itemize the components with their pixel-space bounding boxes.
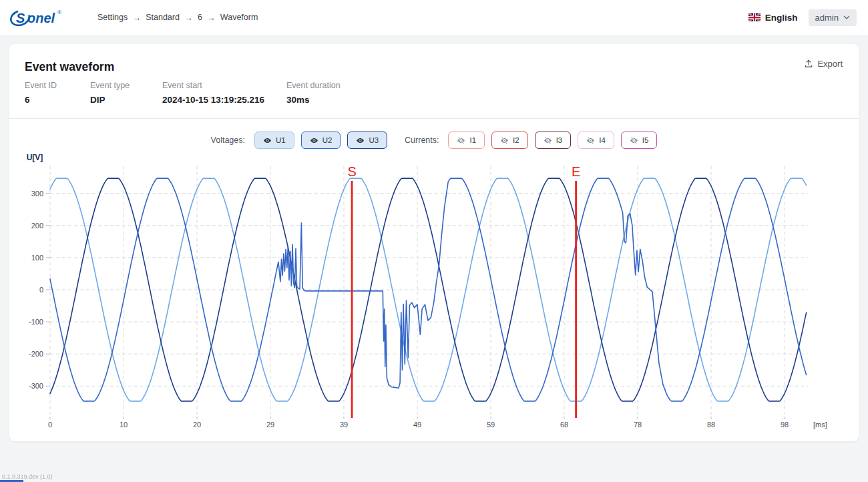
event-waveform-card: Event waveform Export Event ID6Event typ… xyxy=(9,44,859,441)
x-tick-label: 29 xyxy=(266,421,274,429)
breadcrumb-item-settings[interactable]: Settings xyxy=(97,13,128,22)
waveform-series-u3 xyxy=(50,178,807,401)
voltage-toggle-u1[interactable]: U1 xyxy=(254,132,294,149)
y-axis-label: U[V] xyxy=(27,153,43,162)
event-info-item: Event ID6 xyxy=(25,81,90,105)
export-label: Export xyxy=(817,59,843,69)
event-info-row: Event ID6Event typeDIPEvent start2024-10… xyxy=(9,74,859,105)
current-toggle-i5[interactable]: I5 xyxy=(621,132,658,149)
breadcrumb-separator: → xyxy=(207,13,216,23)
sonel-logo-icon: S onel ® xyxy=(9,7,71,28)
waveform-chart-svg[interactable]: 0102029394959687888983002001000-100-200-… xyxy=(9,151,859,430)
eye-off-icon xyxy=(586,136,595,145)
event-info-value: 6 xyxy=(25,95,90,105)
logo-text-s: S xyxy=(16,11,25,25)
toggle-label: I4 xyxy=(599,136,606,144)
y-tick-label: -200 xyxy=(29,350,43,358)
x-axis-unit-label: [ms] xyxy=(813,421,827,429)
y-tick-label: -100 xyxy=(29,318,43,326)
page-title: Event waveform xyxy=(25,60,114,74)
language-selector[interactable]: English xyxy=(748,13,798,23)
event-info-label: Event ID xyxy=(25,81,90,90)
breadcrumb-separator: → xyxy=(132,13,141,23)
current-toggle-i3[interactable]: I3 xyxy=(535,132,572,149)
eye-icon xyxy=(356,136,365,145)
event-info-value: 30ms xyxy=(286,95,341,105)
toggle-label: U1 xyxy=(276,136,286,144)
event-marker-label-s: S xyxy=(347,164,356,179)
current-toggle-group: I1I2I3I4I5 xyxy=(448,132,657,149)
eye-off-icon xyxy=(544,136,552,145)
export-button[interactable]: Export xyxy=(804,59,843,69)
chevron-down-icon xyxy=(843,15,850,19)
sonel-logo[interactable]: S onel ® xyxy=(9,7,71,28)
channel-controls: Voltages: U1U2U3 Currents: I1I2I3I4I5 xyxy=(9,119,859,150)
y-tick-label: 100 xyxy=(31,254,43,262)
logo-registered-mark: ® xyxy=(57,9,61,15)
event-info-value: 2024-10-15 13:19:25.216 xyxy=(162,95,286,105)
toggle-label: I5 xyxy=(642,136,649,144)
event-info-label: Event start xyxy=(162,81,286,90)
upload-icon xyxy=(804,59,813,69)
current-toggle-i1[interactable]: I1 xyxy=(448,132,485,149)
event-info-value: DIP xyxy=(90,95,162,105)
breadcrumb-item-waveform[interactable]: Waveform xyxy=(220,13,258,22)
app-version: 0.1.0.319.dev (1.0) xyxy=(2,473,53,480)
event-info-label: Event duration xyxy=(286,81,341,90)
breadcrumb-item-6[interactable]: 6 xyxy=(198,13,202,22)
voltage-toggle-group: U1U2U3 xyxy=(254,132,387,149)
y-tick-label: 300 xyxy=(31,190,43,198)
y-tick-label: -300 xyxy=(29,382,43,390)
breadcrumb: Settings→Standard→6→Waveform xyxy=(97,13,258,23)
breadcrumb-item-standard[interactable]: Standard xyxy=(146,13,180,22)
toggle-label: I2 xyxy=(513,136,519,144)
event-info-item: Event typeDIP xyxy=(90,81,162,105)
x-tick-label: 78 xyxy=(634,421,642,429)
x-tick-label: 88 xyxy=(707,421,715,429)
user-name: admin xyxy=(815,13,839,23)
eye-off-icon xyxy=(457,136,465,145)
breadcrumb-separator: → xyxy=(184,13,193,23)
currents-label: Currents: xyxy=(405,136,439,145)
current-toggle-i2[interactable]: I2 xyxy=(491,132,528,149)
toggle-label: U2 xyxy=(322,136,333,144)
waveform-series-u1 xyxy=(50,178,807,401)
current-toggle-i4[interactable]: I4 xyxy=(578,132,614,149)
eye-icon xyxy=(310,136,318,145)
toggle-label: I1 xyxy=(469,136,476,144)
event-info-item: Event duration30ms xyxy=(286,81,341,105)
waveform-series-u2 xyxy=(50,178,807,401)
top-navigation-bar: S onel ® Settings→Standard→6→Waveform En… xyxy=(0,0,868,35)
x-tick-label: 68 xyxy=(560,421,568,429)
x-tick-label: 10 xyxy=(120,421,128,429)
voltages-label: Voltages: xyxy=(211,136,245,145)
voltage-toggle-u3[interactable]: U3 xyxy=(347,132,387,149)
eye-off-icon xyxy=(500,136,509,145)
event-info-item: Event start2024-10-15 13:19:25.216 xyxy=(162,81,286,105)
eye-icon xyxy=(263,136,272,145)
toggle-label: U3 xyxy=(369,136,379,144)
uk-flag-icon xyxy=(748,13,761,21)
voltage-toggle-u2[interactable]: U2 xyxy=(301,132,341,149)
x-tick-label: 98 xyxy=(781,421,789,429)
x-tick-label: 39 xyxy=(340,421,348,429)
x-tick-label: 0 xyxy=(48,421,52,429)
x-tick-label: 20 xyxy=(193,421,201,429)
y-tick-label: 200 xyxy=(31,222,43,230)
event-info-label: Event type xyxy=(90,81,162,90)
x-tick-label: 59 xyxy=(487,421,495,429)
waveform-chart: 0102029394959687888983002001000-100-200-… xyxy=(9,150,859,430)
y-tick-label: 0 xyxy=(39,286,43,294)
event-marker-label-e: E xyxy=(572,164,580,179)
user-menu-button[interactable]: admin xyxy=(809,9,857,26)
logo-text: onel xyxy=(27,11,55,25)
eye-off-icon xyxy=(630,136,638,145)
x-tick-label: 49 xyxy=(413,421,421,429)
language-label: English xyxy=(765,13,798,23)
toggle-label: I3 xyxy=(556,136,563,144)
